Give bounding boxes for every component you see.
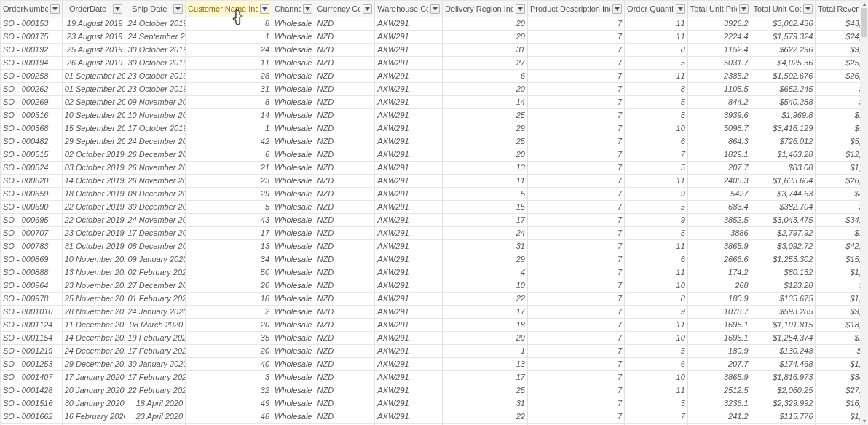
- cell-order-quantity[interactable]: 11: [625, 319, 688, 332]
- cell-product-description-index[interactable]: 7: [528, 96, 625, 109]
- cell-ship-date[interactable]: 17 October 2019: [125, 122, 186, 135]
- cell-currency-code[interactable]: NZD: [315, 201, 375, 214]
- cell-total-unit-price[interactable]: 5098.7: [687, 122, 751, 135]
- cell-total-unit-price[interactable]: 1105.5: [687, 83, 751, 96]
- cell-ship-date[interactable]: 09 January 2020: [125, 253, 186, 266]
- cell-delivery-region-index[interactable]: 17: [443, 371, 528, 384]
- cell-product-description-index[interactable]: 7: [528, 162, 625, 175]
- cell-delivery-region-index[interactable]: 20: [443, 31, 528, 44]
- cell-order-date[interactable]: 25 November 2019: [62, 293, 125, 306]
- cell-total-unit-cost[interactable]: $174.468: [751, 358, 816, 371]
- table-row[interactable]: SO - 000121924 December 201917 February …: [1, 345, 869, 358]
- cell-order-quantity[interactable]: 9: [625, 306, 688, 319]
- cell-channel[interactable]: Wholesale: [272, 135, 315, 148]
- cell-order-date[interactable]: 01 September 2019: [62, 70, 125, 83]
- cell-product-description-index[interactable]: 7: [528, 397, 625, 410]
- cell-customer-name-index[interactable]: 28: [186, 70, 272, 83]
- cell-order-date[interactable]: 15 September 2019: [62, 122, 125, 135]
- cell-customer-name-index[interactable]: 20: [186, 345, 272, 358]
- scroll-up-arrow-icon[interactable]: ▴: [860, 0, 868, 8]
- cell-warehouse-code[interactable]: AXW291: [375, 44, 443, 57]
- cell-product-description-index[interactable]: 7: [528, 31, 625, 44]
- cell-total-unit-cost[interactable]: $3,416.129: [751, 122, 816, 135]
- cell-customer-name-index[interactable]: 18: [186, 293, 272, 306]
- cell-order-number[interactable]: SO - 000659: [1, 188, 63, 201]
- cell-order-quantity[interactable]: 5: [625, 201, 688, 214]
- cell-ship-date[interactable]: 19 February 2020: [125, 332, 186, 345]
- cell-total-unit-cost[interactable]: $80.132: [751, 266, 816, 279]
- header-currency-code[interactable]: Currency Code: [315, 1, 375, 17]
- filter-dropdown-icon[interactable]: [739, 4, 749, 14]
- cell-warehouse-code[interactable]: AXW291: [375, 96, 443, 109]
- cell-channel[interactable]: Wholesale: [272, 266, 315, 279]
- header-delivery-region-index[interactable]: Delivery Region Index: [443, 1, 528, 17]
- cell-total-unit-price[interactable]: 2405.3: [687, 175, 751, 188]
- cell-customer-name-index[interactable]: 31: [186, 83, 272, 96]
- cell-total-unit-price[interactable]: 3886: [687, 227, 751, 240]
- cell-channel[interactable]: Wholesale: [272, 358, 315, 371]
- cell-delivery-region-index[interactable]: 22: [443, 410, 528, 424]
- cell-order-number[interactable]: SO - 000690: [1, 201, 63, 214]
- cell-warehouse-code[interactable]: AXW291: [375, 279, 443, 293]
- cell-delivery-region-index[interactable]: 11: [443, 175, 528, 188]
- cell-product-description-index[interactable]: 7: [528, 188, 625, 201]
- cell-total-unit-cost[interactable]: $593.285: [751, 306, 816, 319]
- cell-order-number[interactable]: SO - 000269: [1, 96, 63, 109]
- header-order-quantity[interactable]: Order Quantity: [625, 1, 688, 17]
- cell-customer-name-index[interactable]: 1: [186, 122, 272, 135]
- table-row[interactable]: SO - 00052403 October 201926 November 20…: [1, 162, 869, 175]
- cell-order-quantity[interactable]: 8: [625, 44, 688, 57]
- cell-total-unit-cost[interactable]: $1,816.973: [751, 371, 816, 384]
- cell-order-number[interactable]: SO - 000368: [1, 122, 63, 135]
- cell-warehouse-code[interactable]: AXW291: [375, 345, 443, 358]
- cell-currency-code[interactable]: NZD: [315, 345, 375, 358]
- cell-order-number[interactable]: SO - 000964: [1, 279, 63, 293]
- cell-ship-date[interactable]: 24 September 2019: [125, 31, 186, 44]
- cell-channel[interactable]: Wholesale: [272, 384, 315, 397]
- cell-total-unit-price[interactable]: 3939.6: [687, 109, 751, 122]
- header-total-unit-price[interactable]: Total Unit Price: [687, 1, 751, 17]
- cell-order-number[interactable]: SO - 000482: [1, 135, 63, 148]
- cell-delivery-region-index[interactable]: 29: [443, 122, 528, 135]
- cell-warehouse-code[interactable]: AXW291: [375, 306, 443, 319]
- cell-product-description-index[interactable]: 7: [528, 148, 625, 162]
- cell-total-unit-price[interactable]: 268: [687, 279, 751, 293]
- cell-order-number[interactable]: SO - 000515: [1, 148, 63, 162]
- cell-order-quantity[interactable]: 10: [625, 332, 688, 345]
- cell-total-unit-cost[interactable]: $83.08: [751, 162, 816, 175]
- cell-order-date[interactable]: 01 September 2019: [62, 83, 125, 96]
- cell-order-date[interactable]: 14 October 2019: [62, 175, 125, 188]
- cell-currency-code[interactable]: NZD: [315, 31, 375, 44]
- cell-order-quantity[interactable]: 8: [625, 83, 688, 96]
- cell-product-description-index[interactable]: 7: [528, 266, 625, 279]
- cell-order-quantity[interactable]: 5: [625, 397, 688, 410]
- cell-order-quantity[interactable]: 11: [625, 384, 688, 397]
- cell-ship-date[interactable]: 26 December 2019: [125, 148, 186, 162]
- cell-total-unit-cost[interactable]: $4,025.36: [751, 57, 816, 70]
- cell-currency-code[interactable]: NZD: [315, 253, 375, 266]
- cell-currency-code[interactable]: NZD: [315, 214, 375, 227]
- cell-delivery-region-index[interactable]: 27: [443, 57, 528, 70]
- cell-order-number[interactable]: SO - 000783: [1, 240, 63, 253]
- cell-order-quantity[interactable]: 11: [625, 266, 688, 279]
- cell-product-description-index[interactable]: 7: [528, 83, 625, 96]
- cell-customer-name-index[interactable]: 49: [186, 397, 272, 410]
- table-row[interactable]: SO - 000125329 December 201930 January 2…: [1, 358, 869, 371]
- cell-order-quantity[interactable]: 6: [625, 253, 688, 266]
- cell-ship-date[interactable]: 23 October 2019: [125, 83, 186, 96]
- cell-channel[interactable]: Wholesale: [272, 293, 315, 306]
- cell-order-date[interactable]: 02 October 2019: [62, 148, 125, 162]
- cell-delivery-region-index[interactable]: 29: [443, 253, 528, 266]
- cell-ship-date[interactable]: 30 October 2019: [125, 57, 186, 70]
- cell-ship-date[interactable]: 30 October 2019: [125, 44, 186, 57]
- cell-order-quantity[interactable]: 11: [625, 240, 688, 253]
- cell-customer-name-index[interactable]: 5: [186, 201, 272, 214]
- cell-ship-date[interactable]: 18 April 2020: [125, 397, 186, 410]
- cell-delivery-region-index[interactable]: 31: [443, 240, 528, 253]
- cell-channel[interactable]: Wholesale: [272, 371, 315, 384]
- cell-total-unit-cost[interactable]: $2,060.25: [751, 384, 816, 397]
- table-row[interactable]: SO - 00069522 October 201924 November 20…: [1, 214, 869, 227]
- cell-customer-name-index[interactable]: 6: [186, 148, 272, 162]
- cell-currency-code[interactable]: NZD: [315, 358, 375, 371]
- cell-total-unit-cost[interactable]: $2,329.992: [751, 397, 816, 410]
